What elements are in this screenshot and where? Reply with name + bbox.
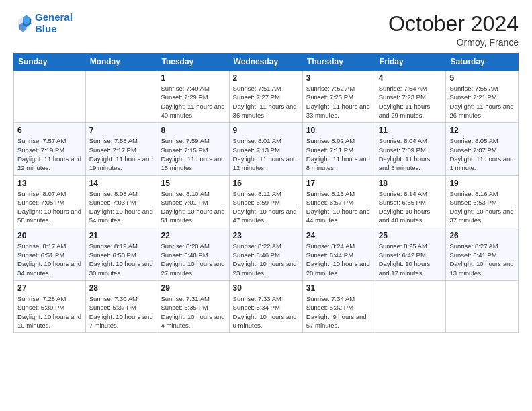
calendar-cell: 25Sunrise: 8:25 AM Sunset: 6:42 PM Dayli… [375, 228, 446, 280]
day-number: 11 [379, 126, 443, 135]
calendar-cell: 24Sunrise: 8:24 AM Sunset: 6:44 PM Dayli… [302, 228, 375, 280]
day-number: 24 [306, 231, 371, 240]
day-number: 23 [233, 231, 299, 240]
calendar-week-row: 6Sunrise: 7:57 AM Sunset: 7:19 PM Daylig… [14, 123, 519, 175]
calendar-cell: 16Sunrise: 8:11 AM Sunset: 6:59 PM Dayli… [229, 175, 302, 228]
day-number: 17 [306, 179, 371, 188]
day-info: Sunrise: 8:14 AM Sunset: 6:55 PM Dayligh… [379, 189, 443, 225]
day-number: 1 [161, 73, 225, 83]
day-number: 30 [233, 283, 299, 293]
day-number: 8 [161, 126, 225, 135]
calendar-cell: 1Sunrise: 7:49 AM Sunset: 7:29 PM Daylig… [157, 71, 229, 123]
day-number: 21 [89, 231, 154, 240]
location: Ormoy, France [388, 37, 519, 48]
day-info: Sunrise: 7:51 AM Sunset: 7:27 PM Dayligh… [233, 84, 299, 120]
day-number: 6 [17, 126, 82, 135]
day-number: 31 [306, 283, 371, 293]
calendar-cell: 29Sunrise: 7:31 AM Sunset: 5:35 PM Dayli… [157, 280, 229, 332]
day-number: 14 [89, 179, 154, 188]
calendar-cell: 30Sunrise: 7:33 AM Sunset: 5:34 PM Dayli… [229, 280, 302, 332]
calendar-cell: 21Sunrise: 8:19 AM Sunset: 6:50 PM Dayli… [85, 228, 157, 280]
title-block: October 2024 Ormoy, France [388, 12, 519, 48]
calendar-cell: 27Sunrise: 7:28 AM Sunset: 5:39 PM Dayli… [14, 280, 86, 332]
page: General Blue October 2024 Ormoy, France … [0, 0, 532, 411]
day-info: Sunrise: 7:33 AM Sunset: 5:34 PM Dayligh… [233, 294, 299, 330]
day-info: Sunrise: 7:55 AM Sunset: 7:21 PM Dayligh… [449, 84, 515, 120]
calendar-cell: 26Sunrise: 8:27 AM Sunset: 6:41 PM Dayli… [446, 228, 519, 280]
day-number: 20 [17, 231, 82, 240]
calendar-cell: 13Sunrise: 8:07 AM Sunset: 7:05 PM Dayli… [14, 175, 86, 228]
day-info: Sunrise: 7:57 AM Sunset: 7:19 PM Dayligh… [17, 136, 82, 172]
calendar-cell [85, 71, 157, 123]
calendar-cell: 18Sunrise: 8:14 AM Sunset: 6:55 PM Dayli… [375, 175, 446, 228]
month-title: October 2024 [388, 12, 519, 36]
day-info: Sunrise: 8:17 AM Sunset: 6:51 PM Dayligh… [17, 242, 82, 277]
calendar-week-row: 27Sunrise: 7:28 AM Sunset: 5:39 PM Dayli… [14, 280, 519, 332]
weekday-header-row: SundayMondayTuesdayWednesdayThursdayFrid… [14, 54, 519, 71]
weekday-header: Friday [375, 54, 446, 71]
day-info: Sunrise: 8:27 AM Sunset: 6:41 PM Dayligh… [449, 242, 515, 277]
day-number: 10 [306, 126, 371, 135]
day-number: 2 [233, 73, 299, 83]
logo-text: General Blue [35, 12, 73, 34]
day-number: 27 [17, 283, 82, 293]
day-number: 22 [161, 231, 225, 240]
weekday-header: Saturday [446, 54, 519, 71]
day-number: 5 [449, 73, 515, 83]
calendar-cell: 7Sunrise: 7:58 AM Sunset: 7:17 PM Daylig… [85, 123, 157, 175]
calendar-cell: 9Sunrise: 8:01 AM Sunset: 7:13 PM Daylig… [229, 123, 302, 175]
day-info: Sunrise: 8:02 AM Sunset: 7:11 PM Dayligh… [306, 136, 371, 172]
day-info: Sunrise: 8:20 AM Sunset: 6:48 PM Dayligh… [161, 242, 225, 277]
day-info: Sunrise: 8:25 AM Sunset: 6:42 PM Dayligh… [379, 242, 443, 277]
day-info: Sunrise: 8:16 AM Sunset: 6:53 PM Dayligh… [449, 189, 515, 225]
day-info: Sunrise: 7:30 AM Sunset: 5:37 PM Dayligh… [89, 294, 154, 330]
calendar-cell: 4Sunrise: 7:54 AM Sunset: 7:23 PM Daylig… [375, 71, 446, 123]
day-number: 18 [379, 179, 443, 188]
logo-icon [13, 14, 32, 33]
weekday-header: Wednesday [229, 54, 302, 71]
day-info: Sunrise: 8:10 AM Sunset: 7:01 PM Dayligh… [161, 189, 225, 225]
calendar-cell: 17Sunrise: 8:13 AM Sunset: 6:57 PM Dayli… [302, 175, 375, 228]
calendar-cell: 20Sunrise: 8:17 AM Sunset: 6:51 PM Dayli… [14, 228, 86, 280]
day-info: Sunrise: 8:01 AM Sunset: 7:13 PM Dayligh… [233, 136, 299, 172]
weekday-header: Monday [85, 54, 157, 71]
calendar-cell: 12Sunrise: 8:05 AM Sunset: 7:07 PM Dayli… [446, 123, 519, 175]
day-info: Sunrise: 7:59 AM Sunset: 7:15 PM Dayligh… [161, 136, 225, 172]
calendar-cell: 28Sunrise: 7:30 AM Sunset: 5:37 PM Dayli… [85, 280, 157, 332]
day-number: 29 [161, 283, 225, 293]
header: General Blue October 2024 Ormoy, France [13, 12, 519, 48]
logo-general: General [35, 11, 73, 23]
day-number: 28 [89, 283, 154, 293]
day-info: Sunrise: 8:13 AM Sunset: 6:57 PM Dayligh… [306, 189, 371, 225]
day-info: Sunrise: 8:11 AM Sunset: 6:59 PM Dayligh… [233, 189, 299, 225]
day-info: Sunrise: 7:54 AM Sunset: 7:23 PM Dayligh… [379, 84, 443, 120]
logo: General Blue [13, 12, 73, 34]
calendar-cell: 5Sunrise: 7:55 AM Sunset: 7:21 PM Daylig… [446, 71, 519, 123]
calendar-table: SundayMondayTuesdayWednesdayThursdayFrid… [13, 53, 519, 333]
calendar-cell [14, 71, 86, 123]
day-number: 26 [449, 231, 515, 240]
calendar-week-row: 20Sunrise: 8:17 AM Sunset: 6:51 PM Dayli… [14, 228, 519, 280]
calendar-cell: 2Sunrise: 7:51 AM Sunset: 7:27 PM Daylig… [229, 71, 302, 123]
weekday-header: Tuesday [157, 54, 229, 71]
day-info: Sunrise: 7:28 AM Sunset: 5:39 PM Dayligh… [17, 294, 82, 330]
day-number: 25 [379, 231, 443, 240]
day-info: Sunrise: 7:52 AM Sunset: 7:25 PM Dayligh… [306, 84, 371, 120]
calendar-cell: 11Sunrise: 8:04 AM Sunset: 7:09 PM Dayli… [375, 123, 446, 175]
day-info: Sunrise: 8:19 AM Sunset: 6:50 PM Dayligh… [89, 242, 154, 277]
calendar-week-row: 13Sunrise: 8:07 AM Sunset: 7:05 PM Dayli… [14, 175, 519, 228]
calendar-cell: 19Sunrise: 8:16 AM Sunset: 6:53 PM Dayli… [446, 175, 519, 228]
day-info: Sunrise: 7:31 AM Sunset: 5:35 PM Dayligh… [161, 294, 225, 330]
calendar-cell [375, 280, 446, 332]
day-info: Sunrise: 8:08 AM Sunset: 7:03 PM Dayligh… [89, 189, 154, 225]
weekday-header: Sunday [14, 54, 86, 71]
day-number: 19 [449, 179, 515, 188]
calendar-week-row: 1Sunrise: 7:49 AM Sunset: 7:29 PM Daylig… [14, 71, 519, 123]
logo-blue: Blue [35, 24, 73, 35]
day-number: 12 [449, 126, 515, 135]
day-number: 3 [306, 73, 371, 83]
day-number: 4 [379, 73, 443, 83]
calendar-cell: 10Sunrise: 8:02 AM Sunset: 7:11 PM Dayli… [302, 123, 375, 175]
day-info: Sunrise: 8:22 AM Sunset: 6:46 PM Dayligh… [233, 242, 299, 277]
calendar-cell: 6Sunrise: 7:57 AM Sunset: 7:19 PM Daylig… [14, 123, 86, 175]
